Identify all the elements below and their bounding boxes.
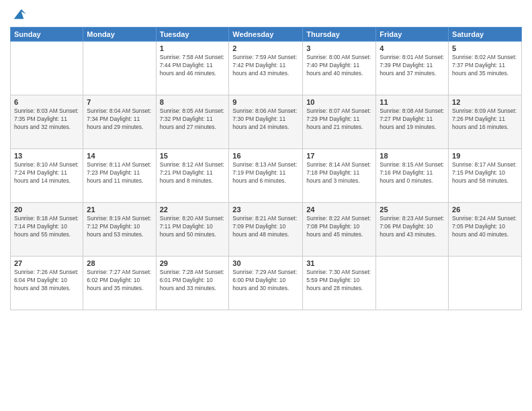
day-number: 25	[380, 205, 445, 214]
logo-icon	[11, 7, 26, 21]
day-number: 19	[452, 152, 518, 160]
day-info: Sunrise: 8:13 AM Sunset: 7:19 PM Dayligh…	[232, 161, 299, 185]
calendar-week-2: 6Sunrise: 8:03 AM Sunset: 7:35 PM Daylig…	[11, 95, 522, 149]
calendar-cell: 31Sunrise: 7:30 AM Sunset: 5:59 PM Dayli…	[303, 257, 376, 310]
day-number: 28	[87, 259, 152, 267]
day-info: Sunrise: 8:00 AM Sunset: 7:40 PM Dayligh…	[306, 54, 372, 78]
calendar-cell: 25Sunrise: 8:23 AM Sunset: 7:06 PM Dayli…	[376, 203, 449, 257]
calendar-cell: 8Sunrise: 8:05 AM Sunset: 7:32 PM Daylig…	[156, 95, 229, 149]
calendar-cell: 29Sunrise: 7:28 AM Sunset: 6:01 PM Dayli…	[156, 257, 229, 310]
day-number: 23	[232, 205, 299, 214]
day-number: 5	[452, 44, 518, 52]
day-info: Sunrise: 8:17 AM Sunset: 7:15 PM Dayligh…	[452, 161, 518, 185]
day-info: Sunrise: 8:02 AM Sunset: 7:37 PM Dayligh…	[452, 54, 518, 78]
weekday-header-tuesday: Tuesday	[156, 28, 229, 42]
calendar-cell: 18Sunrise: 8:15 AM Sunset: 7:16 PM Dayli…	[376, 149, 449, 203]
calendar-cell: 2Sunrise: 7:59 AM Sunset: 7:42 PM Daylig…	[229, 42, 303, 95]
day-number: 24	[306, 205, 372, 214]
day-info: Sunrise: 8:21 AM Sunset: 7:09 PM Dayligh…	[232, 215, 299, 239]
calendar-cell: 23Sunrise: 8:21 AM Sunset: 7:09 PM Dayli…	[229, 203, 303, 257]
day-number: 6	[14, 98, 79, 106]
day-number: 10	[306, 98, 372, 106]
day-info: Sunrise: 8:23 AM Sunset: 7:06 PM Dayligh…	[380, 215, 445, 239]
day-number: 31	[306, 259, 372, 267]
calendar-cell: 14Sunrise: 8:11 AM Sunset: 7:23 PM Dayli…	[83, 149, 156, 203]
day-number: 20	[14, 205, 79, 214]
day-info: Sunrise: 7:26 AM Sunset: 6:04 PM Dayligh…	[14, 269, 79, 293]
day-number: 13	[14, 152, 79, 160]
calendar-cell: 5Sunrise: 8:02 AM Sunset: 7:37 PM Daylig…	[449, 42, 522, 95]
day-info: Sunrise: 8:22 AM Sunset: 7:08 PM Dayligh…	[306, 215, 372, 239]
day-number: 12	[452, 98, 518, 106]
day-info: Sunrise: 7:30 AM Sunset: 5:59 PM Dayligh…	[306, 269, 372, 293]
day-number: 2	[232, 44, 299, 52]
calendar-week-5: 27Sunrise: 7:26 AM Sunset: 6:04 PM Dayli…	[11, 257, 522, 310]
day-info: Sunrise: 7:28 AM Sunset: 6:01 PM Dayligh…	[160, 269, 226, 293]
calendar-cell: 19Sunrise: 8:17 AM Sunset: 7:15 PM Dayli…	[449, 149, 522, 203]
calendar-cell	[11, 42, 83, 95]
calendar-cell: 28Sunrise: 7:27 AM Sunset: 6:02 PM Dayli…	[83, 257, 156, 310]
day-info: Sunrise: 8:15 AM Sunset: 7:16 PM Dayligh…	[380, 161, 445, 185]
day-info: Sunrise: 7:27 AM Sunset: 6:02 PM Dayligh…	[87, 269, 152, 293]
day-number: 11	[380, 98, 445, 106]
day-number: 7	[87, 98, 152, 106]
calendar-week-1: 1Sunrise: 7:58 AM Sunset: 7:44 PM Daylig…	[11, 42, 522, 95]
day-number: 21	[87, 205, 152, 214]
logo	[10, 9, 26, 21]
calendar-cell: 12Sunrise: 8:09 AM Sunset: 7:26 PM Dayli…	[449, 95, 522, 149]
calendar-cell: 15Sunrise: 8:12 AM Sunset: 7:21 PM Dayli…	[156, 149, 229, 203]
day-info: Sunrise: 8:12 AM Sunset: 7:21 PM Dayligh…	[160, 161, 226, 185]
calendar-cell: 27Sunrise: 7:26 AM Sunset: 6:04 PM Dayli…	[11, 257, 83, 310]
day-info: Sunrise: 8:07 AM Sunset: 7:29 PM Dayligh…	[306, 107, 372, 132]
calendar-cell: 24Sunrise: 8:22 AM Sunset: 7:08 PM Dayli…	[303, 203, 376, 257]
day-info: Sunrise: 8:01 AM Sunset: 7:39 PM Dayligh…	[380, 54, 445, 78]
day-number: 16	[232, 152, 299, 160]
calendar-cell: 26Sunrise: 8:24 AM Sunset: 7:05 PM Dayli…	[449, 203, 522, 257]
calendar-cell: 30Sunrise: 7:29 AM Sunset: 6:00 PM Dayli…	[229, 257, 303, 310]
weekday-header-monday: Monday	[83, 28, 156, 42]
calendar-cell	[83, 42, 156, 95]
day-number: 14	[87, 152, 152, 160]
weekday-header-wednesday: Wednesday	[229, 28, 303, 42]
day-info: Sunrise: 7:58 AM Sunset: 7:44 PM Dayligh…	[160, 54, 226, 78]
day-info: Sunrise: 8:19 AM Sunset: 7:12 PM Dayligh…	[87, 215, 152, 239]
day-number: 1	[160, 44, 226, 52]
calendar-week-4: 20Sunrise: 8:18 AM Sunset: 7:14 PM Dayli…	[11, 203, 522, 257]
weekday-header-saturday: Saturday	[449, 28, 522, 42]
logo-text	[10, 9, 26, 21]
day-info: Sunrise: 8:14 AM Sunset: 7:18 PM Dayligh…	[306, 161, 372, 185]
calendar-cell	[376, 257, 449, 310]
day-info: Sunrise: 8:20 AM Sunset: 7:11 PM Dayligh…	[160, 215, 226, 239]
calendar-cell: 16Sunrise: 8:13 AM Sunset: 7:19 PM Dayli…	[229, 149, 303, 203]
day-info: Sunrise: 8:24 AM Sunset: 7:05 PM Dayligh…	[452, 215, 518, 239]
calendar-cell: 20Sunrise: 8:18 AM Sunset: 7:14 PM Dayli…	[11, 203, 83, 257]
calendar-cell: 3Sunrise: 8:00 AM Sunset: 7:40 PM Daylig…	[303, 42, 376, 95]
day-number: 30	[232, 259, 299, 267]
day-number: 8	[160, 98, 226, 106]
calendar-cell: 22Sunrise: 8:20 AM Sunset: 7:11 PM Dayli…	[156, 203, 229, 257]
day-info: Sunrise: 7:29 AM Sunset: 6:00 PM Dayligh…	[232, 269, 299, 293]
day-number: 17	[306, 152, 372, 160]
calendar-week-3: 13Sunrise: 8:10 AM Sunset: 7:24 PM Dayli…	[11, 149, 522, 203]
calendar-cell	[449, 257, 522, 310]
calendar-cell: 10Sunrise: 8:07 AM Sunset: 7:29 PM Dayli…	[303, 95, 376, 149]
day-number: 9	[232, 98, 299, 106]
day-info: Sunrise: 8:18 AM Sunset: 7:14 PM Dayligh…	[14, 215, 79, 239]
calendar-cell: 13Sunrise: 8:10 AM Sunset: 7:24 PM Dayli…	[11, 149, 83, 203]
calendar-table: SundayMondayTuesdayWednesdayThursdayFrid…	[10, 27, 522, 310]
day-number: 18	[380, 152, 445, 160]
day-info: Sunrise: 8:09 AM Sunset: 7:26 PM Dayligh…	[452, 107, 518, 132]
page: SundayMondayTuesdayWednesdayThursdayFrid…	[0, 0, 532, 411]
day-number: 3	[306, 44, 372, 52]
svg-marker-0	[14, 9, 26, 19]
weekday-header-thursday: Thursday	[303, 28, 376, 42]
day-number: 22	[160, 205, 226, 214]
calendar-cell: 1Sunrise: 7:58 AM Sunset: 7:44 PM Daylig…	[156, 42, 229, 95]
day-info: Sunrise: 8:03 AM Sunset: 7:35 PM Dayligh…	[14, 107, 79, 132]
day-info: Sunrise: 8:06 AM Sunset: 7:30 PM Dayligh…	[232, 107, 299, 132]
day-info: Sunrise: 8:08 AM Sunset: 7:27 PM Dayligh…	[380, 107, 445, 132]
day-number: 4	[380, 44, 445, 52]
calendar-cell: 9Sunrise: 8:06 AM Sunset: 7:30 PM Daylig…	[229, 95, 303, 149]
weekday-header-friday: Friday	[376, 28, 449, 42]
header	[10, 7, 522, 21]
